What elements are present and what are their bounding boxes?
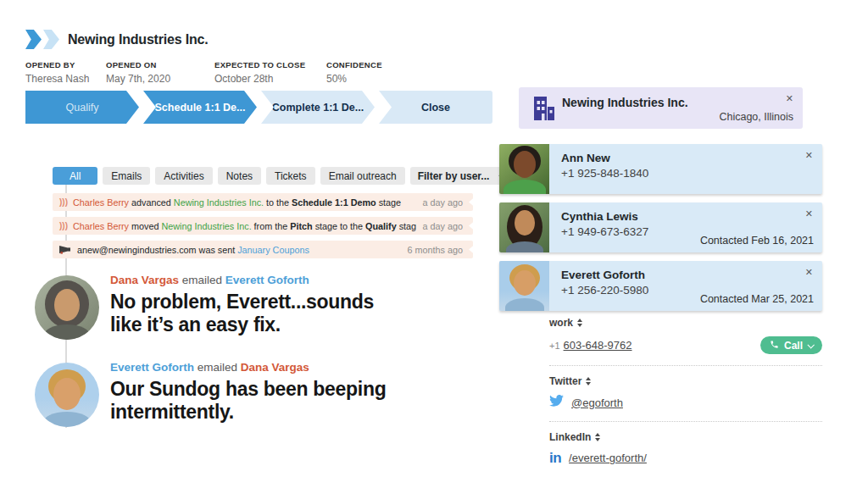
crm-deal-view: Newing Industries Inc. OPENED BY Theresa… xyxy=(0,0,868,499)
twitter-handle-link[interactable]: @egoforth xyxy=(571,396,623,409)
pipeline-stages: Qualify Schedule 1:1 De... Complete 1:1 … xyxy=(25,91,492,124)
chevron-down-icon xyxy=(807,341,814,348)
feed-item-stage-moved[interactable]: ))) Charles Berry moved Newing Industrie… xyxy=(53,217,473,235)
meta-expected-close: EXPECTED TO CLOSE October 28th xyxy=(214,60,326,85)
contact-details: work +1 603-648-9762 Call Twitter xyxy=(549,317,822,465)
feed-timestamp: a day ago xyxy=(423,221,463,231)
filter-label: Filter by user... xyxy=(418,170,490,182)
twitter-icon xyxy=(549,395,564,410)
avatar[interactable] xyxy=(35,275,99,340)
close-icon[interactable]: ✕ xyxy=(805,208,813,219)
meta-value: May 7th, 2020 xyxy=(106,73,214,85)
contact-photo xyxy=(499,144,549,194)
stage-advance-icon: ))) xyxy=(59,221,68,230)
meta-value: October 28th xyxy=(214,73,326,85)
contacted-date: Contacted Mar 25, 2021 xyxy=(700,293,814,305)
avatar-shoulders xyxy=(506,241,543,252)
email-subject[interactable]: No problem, Everett...sounds like it’s a… xyxy=(110,291,407,336)
twitter-row: @egoforth xyxy=(549,395,822,410)
recipient-link[interactable]: Everett Goforth xyxy=(225,274,309,286)
recipient-link[interactable]: Dana Vargas xyxy=(241,361,309,374)
avatar-face xyxy=(54,289,80,321)
tab-all[interactable]: All xyxy=(53,167,97,185)
avatar[interactable] xyxy=(35,363,99,427)
stage-schedule-demo[interactable]: Schedule 1:1 De... xyxy=(143,91,257,124)
avatar-face xyxy=(514,151,536,178)
stage-name: Schedule 1:1 Demo xyxy=(292,197,376,208)
phone-icon xyxy=(770,340,779,352)
contact-name: Cynthia Lewis xyxy=(561,210,638,223)
email-subject[interactable]: Our Sundog has been beeping intermittent… xyxy=(110,378,407,424)
call-button[interactable]: Call xyxy=(760,336,822,354)
feed-text-segment: stage to the xyxy=(313,221,365,231)
activity-feed: ))) Charles Berry advanced Newing Indust… xyxy=(53,193,473,258)
work-phone-row: +1 603-648-9762 Call xyxy=(549,336,822,354)
linkedin-handle-link[interactable]: /everett-goforth/ xyxy=(569,452,647,464)
meta-value: Theresa Nash xyxy=(25,73,106,85)
sender-link[interactable]: Dana Vargas xyxy=(110,274,179,286)
phone-group: +1 603-648-9762 xyxy=(549,339,632,352)
contacted-date: Contacted Feb 16, 2021 xyxy=(700,235,814,247)
work-phone-link[interactable]: 603-648-9762 xyxy=(564,339,632,352)
feed-text-segment: advanced xyxy=(129,197,174,208)
sort-toggle-icon[interactable] xyxy=(577,319,582,327)
building-icon xyxy=(533,96,555,125)
meta-label: OPENED BY xyxy=(25,60,106,69)
linkedin-icon: in xyxy=(549,451,561,465)
tab-activities[interactable]: Activities xyxy=(155,167,212,185)
contact-photo xyxy=(499,202,549,252)
company-card[interactable]: Newing Industries Inc. ✕ Chicago, Illino… xyxy=(519,87,803,129)
email-item: Everett Goforth emailed Dana Vargas Our … xyxy=(35,361,415,424)
tab-tickets[interactable]: Tickets xyxy=(266,167,315,185)
stage-advance-icon: ))) xyxy=(59,197,68,207)
avatar-shoulders xyxy=(42,412,92,427)
avatar-face xyxy=(53,378,81,410)
field-label-text: LinkedIn xyxy=(549,431,591,443)
stage-qualify[interactable]: Qualify xyxy=(25,91,139,124)
meta-opened-on: OPENED ON May 7th, 2020 xyxy=(106,60,214,85)
feed-text-segment: stage xyxy=(397,221,416,231)
contact-photo xyxy=(499,261,549,311)
email-verb: emailed xyxy=(179,274,225,286)
email-item: Dana Vargas emailed Everett Goforth No p… xyxy=(35,274,415,336)
tab-notes[interactable]: Notes xyxy=(218,167,261,185)
contact-card-ann-new[interactable]: Ann New +1 925-848-1840 ✕ xyxy=(499,144,822,194)
stage-complete-demo[interactable]: Complete 1:1 De... xyxy=(261,91,375,124)
feed-timestamp: 6 months ago xyxy=(408,245,463,255)
contact-card-cynthia-lewis[interactable]: Cynthia Lewis +1 949-673-6327 ✕ Contacte… xyxy=(499,202,822,252)
email-address: anew@newingindustries.com xyxy=(77,245,197,255)
activity-tabs: All Emails Activities Notes Tickets Emai… xyxy=(53,167,512,185)
feed-item-text: anew@newingindustries.com was sent Janua… xyxy=(77,245,401,255)
close-icon[interactable]: ✕ xyxy=(805,267,813,278)
deal-header: Newing Industries Inc. xyxy=(25,30,208,49)
feed-text-segment: moved xyxy=(129,221,161,231)
tab-email-outreach[interactable]: Email outreach xyxy=(320,167,405,185)
linkedin-row: in /everett-goforth/ xyxy=(549,451,822,465)
contact-card-everett-goforth[interactable]: Everett Goforth +1 256-220-5980 ✕ Contac… xyxy=(499,261,822,311)
field-label-text: Twitter xyxy=(549,375,581,387)
sort-toggle-icon[interactable] xyxy=(586,377,591,385)
sort-toggle-icon[interactable] xyxy=(595,433,600,441)
sender-link[interactable]: Everett Goforth xyxy=(110,361,194,374)
campaign-link[interactable]: January Coupons xyxy=(237,245,309,255)
contact-name: Everett Goforth xyxy=(561,269,645,281)
meta-label: EXPECTED TO CLOSE xyxy=(214,60,326,69)
work-phone-field-label: work xyxy=(549,317,822,329)
email-meta: Everett Goforth emailed Dana Vargas xyxy=(110,361,415,374)
company-link[interactable]: Newing Industries Inc. xyxy=(161,221,251,231)
company-link[interactable]: Newing Industries Inc. xyxy=(174,197,264,208)
close-icon[interactable]: ✕ xyxy=(786,93,793,104)
filter-by-user-dropdown[interactable]: Filter by user... xyxy=(410,167,512,185)
meta-label: OPENED ON xyxy=(106,60,214,69)
feed-item-email-sent[interactable]: anew@newingindustries.com was sent Janua… xyxy=(53,241,473,258)
stage-close[interactable]: Close xyxy=(379,91,492,124)
actor-link[interactable]: Charles Berry xyxy=(73,221,129,231)
close-icon[interactable]: ✕ xyxy=(805,150,813,161)
feed-item-stage-advanced[interactable]: ))) Charles Berry advanced Newing Indust… xyxy=(53,193,473,211)
avatar-shoulders xyxy=(43,324,91,340)
avatar-face xyxy=(515,210,535,236)
email-meta: Dana Vargas emailed Everett Goforth xyxy=(110,274,415,286)
tab-emails[interactable]: Emails xyxy=(103,167,150,185)
feed-item-text: Charles Berry advanced Newing Industries… xyxy=(73,197,416,208)
actor-link[interactable]: Charles Berry xyxy=(73,197,129,208)
